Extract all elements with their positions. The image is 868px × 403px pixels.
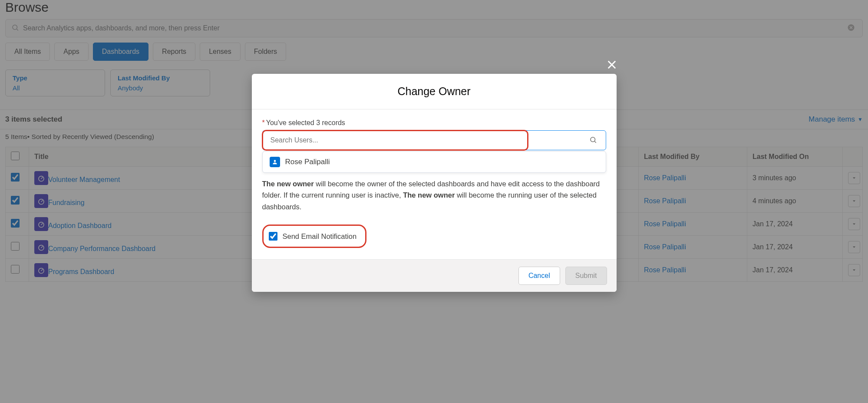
user-suggestion-item[interactable]: Rose Palipalli <box>263 152 606 172</box>
send-email-notification-label: Send Email Notification <box>283 232 357 241</box>
user-suggestions-dropdown: Rose Palipalli <box>262 151 606 173</box>
modal-overlay: Change Owner *You've selected 3 records <box>0 0 868 403</box>
svg-point-10 <box>591 137 595 142</box>
close-icon[interactable] <box>606 58 618 74</box>
modal-header: Change Owner <box>252 74 617 109</box>
send-email-notification-checkbox[interactable] <box>269 232 277 241</box>
info-bold1: The new owner <box>262 180 314 188</box>
required-star: * <box>262 119 265 126</box>
change-owner-modal: Change Owner *You've selected 3 records <box>252 74 617 292</box>
user-search-input[interactable] <box>264 132 581 149</box>
records-selected-label: *You've selected 3 records <box>262 119 606 127</box>
user-suggestion-label: Rose Palipalli <box>285 158 330 166</box>
modal-title: Change Owner <box>262 85 606 98</box>
avatar-icon <box>270 157 280 167</box>
modal-body: *You've selected 3 records Rose Palipall… <box>252 109 617 259</box>
info-bold2: The new owner <box>403 191 455 199</box>
user-search-field <box>262 130 606 150</box>
submit-button[interactable]: Submit <box>565 267 607 285</box>
owner-info-text: The new owner will become the owner of t… <box>262 178 606 212</box>
modal-footer: Cancel Submit <box>252 259 617 292</box>
search-icon[interactable] <box>581 136 605 145</box>
svg-line-11 <box>594 141 596 142</box>
cancel-button[interactable]: Cancel <box>518 267 560 285</box>
send-email-notification-row[interactable]: Send Email Notification <box>262 225 367 248</box>
svg-point-12 <box>274 160 276 162</box>
